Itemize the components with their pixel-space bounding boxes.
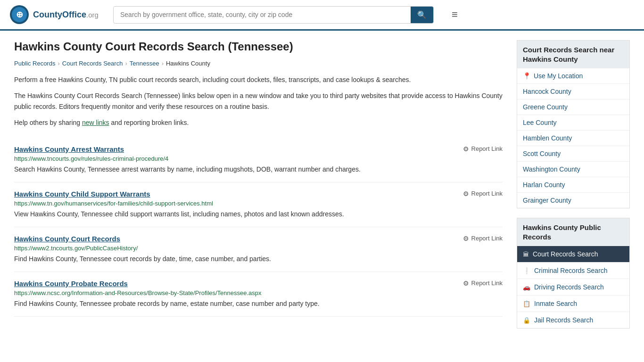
header: ⊕ CountyOffice.org 🔍 ≡ [0,0,644,31]
report-icon-1: ⚙ [463,190,469,197]
logo-icon: ⊕ [9,5,29,25]
public-records-box: Hawkins County Public Records 🏛 Court Re… [517,218,630,329]
report-label-3: Report Link [471,280,503,287]
record-entry-1: Hawkins County Child Support Warrants ⚙ … [14,182,503,227]
search-bar: 🔍 [113,6,434,24]
report-label-1: Report Link [471,190,503,197]
report-icon-0: ⚙ [463,145,469,153]
hamburger-menu-icon[interactable]: ≡ [448,7,462,23]
sidebar-record-criminal[interactable]: ❕ Criminal Records Search [517,263,629,279]
intro-text2: The Hawkins County Court Records Search … [14,90,503,112]
nearby-title: Court Records Search near Hawkins County [517,41,629,68]
record-url-0[interactable]: https://www.tncourts.gov/rules/rules-cri… [14,155,503,162]
search-button[interactable]: 🔍 [411,7,433,23]
court-icon: 🏛 [523,251,529,258]
nearby-county-1[interactable]: Greene County [517,99,629,115]
record-url-2[interactable]: https://www2.tncourts.gov/PublicCaseHist… [14,245,503,252]
record-desc-2: Find Hawkins County, Tennessee court rec… [14,254,503,264]
record-title-2[interactable]: Hawkins County Court Records [14,235,120,243]
nearby-county-7[interactable]: Grainger County [517,193,629,208]
criminal-icon: ❕ [523,267,530,274]
record-url-1[interactable]: https://www.tn.gov/humanservices/for-fam… [14,200,503,207]
report-icon-2: ⚙ [463,235,469,242]
breadcrumb-court-records[interactable]: Court Records Search [62,60,123,67]
nearby-county-6[interactable]: Harlan County [517,177,629,193]
record-desc-0: Search Hawkins County, Tennessee arrest … [14,165,503,174]
new-links-link[interactable]: new links [82,119,109,126]
intro-text: Perform a free Hawkins County, TN public… [14,74,503,85]
sidebar-record-driving[interactable]: 🚗 Driving Records Search [517,279,629,296]
report-link-3[interactable]: ⚙ Report Link [463,280,503,287]
report-label-0: Report Link [471,145,503,152]
report-link-1[interactable]: ⚙ Report Link [463,190,503,197]
logo-text: CountyOffice.org [33,10,99,20]
record-title-3[interactable]: Hawkins County Probate Records [14,280,128,288]
breadcrumb-current: Hawkins County [166,60,210,67]
help-text-suffix: and reporting broken links. [111,119,189,126]
breadcrumb-public-records[interactable]: Public Records [14,60,55,67]
use-location-link[interactable]: Use My Location [534,72,583,80]
help-text: Help others by sharing new links and rep… [14,117,503,128]
svg-text:⊕: ⊕ [16,10,23,19]
record-url-3[interactable]: https://www.ncsc.org/Information-and-Res… [14,289,503,296]
pin-icon: 📍 [523,72,531,80]
nearby-county-0[interactable]: Hancock County [517,84,629,99]
jail-icon: 🔒 [523,317,530,324]
breadcrumb: Public Records › Court Records Search › … [14,60,503,67]
help-text-prefix: Help others by sharing [14,119,80,126]
main-content: Hawkins County Court Records Search (Ten… [14,40,503,338]
logo-area: ⊕ CountyOffice.org [9,5,104,25]
record-entry-0: Hawkins County Arrest Warrants ⚙ Report … [14,138,503,182]
nearby-counties-box: Court Records Search near Hawkins County… [517,40,630,208]
report-label-2: Report Link [471,235,503,242]
sidebar-record-jail[interactable]: 🔒 Jail Records Search [517,312,629,328]
report-link-2[interactable]: ⚙ Report Link [463,235,503,242]
report-icon-3: ⚙ [463,280,469,287]
record-desc-1: View Hawkins County, Tennessee child sup… [14,209,503,219]
record-desc-3: Find Hawkins County, Tennessee probate r… [14,299,503,309]
nearby-county-2[interactable]: Lee County [517,115,629,131]
record-entry-3: Hawkins County Probate Records ⚙ Report … [14,272,503,317]
main-layout: Hawkins County Court Records Search (Ten… [0,31,644,347]
sidebar: Court Records Search near Hawkins County… [517,40,630,338]
use-location-item[interactable]: 📍 Use My Location [517,68,629,84]
report-link-0[interactable]: ⚙ Report Link [463,145,503,153]
sidebar-record-inmate[interactable]: 📋 Inmate Search [517,296,629,312]
driving-icon: 🚗 [523,284,530,291]
inmate-icon: 📋 [523,300,530,307]
record-title-0[interactable]: Hawkins County Arrest Warrants [14,145,124,153]
nearby-county-3[interactable]: Hamblen County [517,131,629,146]
public-records-title: Hawkins County Public Records [517,218,629,246]
search-input[interactable] [114,7,411,22]
page-title: Hawkins County Court Records Search (Ten… [14,40,503,53]
breadcrumb-tennessee[interactable]: Tennessee [130,60,159,67]
record-entry-2: Hawkins County Court Records ⚙ Report Li… [14,227,503,272]
records-list: Hawkins County Arrest Warrants ⚙ Report … [14,138,503,317]
sidebar-record-court[interactable]: 🏛 Court Records Search [517,246,629,263]
nearby-county-5[interactable]: Washington County [517,162,629,177]
record-title-1[interactable]: Hawkins County Child Support Warrants [14,190,150,198]
nearby-county-4[interactable]: Scott County [517,146,629,162]
